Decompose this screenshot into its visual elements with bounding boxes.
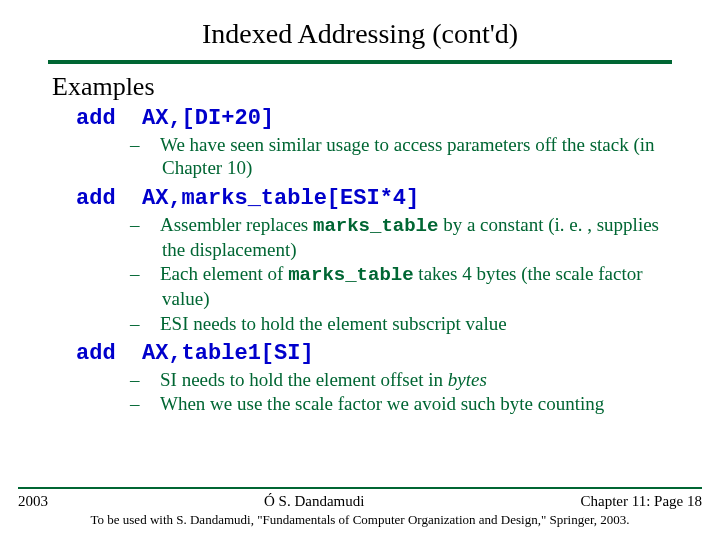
section-heading: Examples: [52, 72, 672, 102]
note-item: –When we use the scale factor we avoid s…: [146, 392, 672, 415]
footer-author: Ó S. Dandamudi: [48, 493, 580, 510]
notes: –Assembler replaces marks_table by a con…: [146, 213, 672, 335]
inline-code: marks_table: [313, 215, 438, 237]
code-args: AX,table1[SI]: [142, 341, 314, 366]
note-item: –Assembler replaces marks_table by a con…: [146, 213, 672, 261]
code-op: add: [76, 186, 116, 211]
title-rule: [48, 60, 672, 64]
footer-rule: [18, 487, 702, 489]
code-line: add AX,marks_table[ESI*4]: [76, 186, 672, 211]
footer-year: 2003: [18, 493, 48, 510]
note-item: –ESI needs to hold the element subscript…: [146, 312, 672, 335]
example-block: add AX,marks_table[ESI*4] –Assembler rep…: [76, 186, 672, 335]
notes: –We have seen similar usage to access pa…: [146, 133, 672, 179]
footer-page: Chapter 11: Page 18: [580, 493, 702, 510]
footer-citation: To be used with S. Dandamudi, "Fundament…: [18, 512, 702, 528]
example-block: add AX,[DI+20] –We have seen similar usa…: [76, 106, 672, 180]
inline-code: marks_table: [288, 264, 413, 286]
italic-term: bytes: [448, 369, 487, 390]
example-block: add AX,table1[SI] –SI needs to hold the …: [76, 341, 672, 416]
code-args: AX,[DI+20]: [142, 106, 274, 131]
code-op: add: [76, 106, 116, 131]
code-op: add: [76, 341, 116, 366]
code-line: add AX,table1[SI]: [76, 341, 672, 366]
note-item: –We have seen similar usage to access pa…: [146, 133, 672, 179]
footer: 2003 Ó S. Dandamudi Chapter 11: Page 18 …: [0, 485, 720, 528]
notes: –SI needs to hold the element offset in …: [146, 368, 672, 415]
slide-title: Indexed Addressing (cont'd): [48, 18, 672, 50]
code-line: add AX,[DI+20]: [76, 106, 672, 131]
note-item: –SI needs to hold the element offset in …: [146, 368, 672, 391]
note-item: –Each element of marks_table takes 4 byt…: [146, 262, 672, 310]
slide-body: Indexed Addressing (cont'd) Examples add…: [0, 0, 720, 415]
code-args: AX,marks_table[ESI*4]: [142, 186, 419, 211]
footer-row: 2003 Ó S. Dandamudi Chapter 11: Page 18: [18, 493, 702, 510]
